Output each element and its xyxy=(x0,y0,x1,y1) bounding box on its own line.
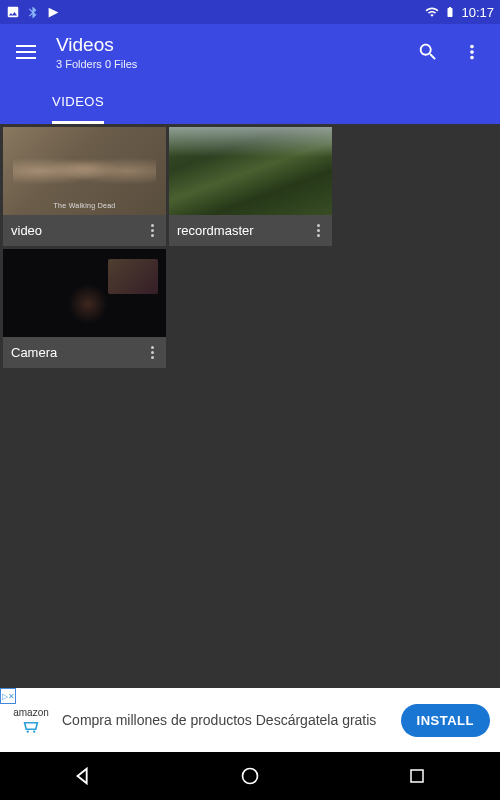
menu-button[interactable] xyxy=(16,45,36,59)
folder-card[interactable]: Camera xyxy=(3,249,166,368)
folder-more-button[interactable] xyxy=(144,224,160,237)
folder-grid: video recordmaster Camera xyxy=(0,124,500,688)
ad-brand-text: amazon xyxy=(13,707,49,718)
folder-more-button[interactable] xyxy=(144,346,160,359)
folder-name: Camera xyxy=(11,345,144,360)
back-button[interactable] xyxy=(71,764,95,788)
ad-install-button[interactable]: INSTALL xyxy=(401,704,490,737)
svg-rect-3 xyxy=(411,770,423,782)
status-time: 10:17 xyxy=(461,5,494,20)
folder-thumbnail xyxy=(169,127,332,215)
ad-brand-logo: amazon xyxy=(10,707,52,734)
app-bar: Videos 3 Folders 0 Files VIDEOS xyxy=(0,24,500,124)
image-icon xyxy=(6,5,20,19)
svg-point-0 xyxy=(27,730,29,732)
folder-card[interactable]: recordmaster xyxy=(169,127,332,246)
bluetooth-icon xyxy=(26,5,40,19)
search-button[interactable] xyxy=(416,40,440,64)
svg-point-1 xyxy=(33,730,35,732)
folder-card[interactable]: video xyxy=(3,127,166,246)
tab-videos[interactable]: VIDEOS xyxy=(52,82,104,124)
play-store-icon xyxy=(46,5,60,19)
folder-name: video xyxy=(11,223,144,238)
navigation-bar xyxy=(0,752,500,800)
battery-icon xyxy=(443,5,457,19)
page-title: Videos xyxy=(56,34,396,56)
recents-button[interactable] xyxy=(405,764,429,788)
folder-thumbnail xyxy=(3,127,166,215)
home-button[interactable] xyxy=(238,764,262,788)
wifi-icon xyxy=(425,5,439,19)
ad-info-badge[interactable]: ▷✕ xyxy=(0,688,16,704)
page-subtitle: 3 Folders 0 Files xyxy=(56,58,396,70)
ad-text: Compra millones de productos Descárgatel… xyxy=(62,711,391,729)
overflow-menu-button[interactable] xyxy=(460,40,484,64)
folder-more-button[interactable] xyxy=(310,224,326,237)
svg-point-2 xyxy=(242,769,257,784)
status-bar: 10:17 xyxy=(0,0,500,24)
folder-thumbnail xyxy=(3,249,166,337)
folder-name: recordmaster xyxy=(177,223,310,238)
title-block: Videos 3 Folders 0 Files xyxy=(56,34,396,70)
tab-row: VIDEOS xyxy=(16,82,484,124)
ad-banner[interactable]: amazon Compra millones de productos Desc… xyxy=(0,688,500,752)
